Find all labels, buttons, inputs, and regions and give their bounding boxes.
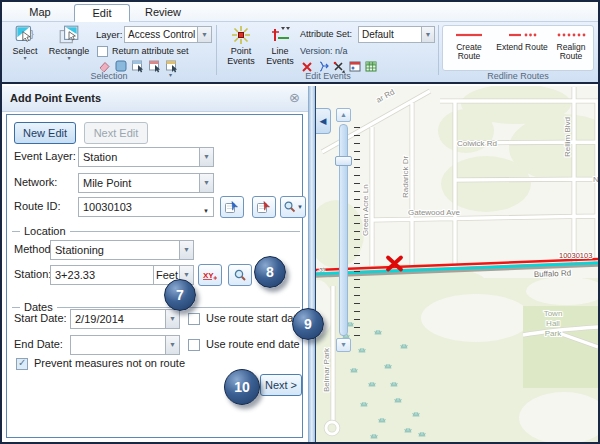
tab-review[interactable]: Review [136, 4, 190, 22]
station-input[interactable]: 3+23.33 [50, 265, 154, 285]
network-dropdown-arrow[interactable]: ▼ [200, 173, 214, 193]
zoom-out-button[interactable]: ▼ [336, 338, 351, 352]
create-route-button[interactable]: Create Route [444, 27, 494, 69]
layer-dropdown-arrow[interactable]: ▼ [198, 26, 212, 43]
line-events-label: Line Events [263, 46, 297, 66]
map-select-red-icon [256, 200, 272, 214]
belmar-park-label: Belmar Park [322, 347, 331, 392]
map-view[interactable]: ar Rd Colwick Rd Gatewood Ave Green Acre… [316, 86, 598, 442]
point-events-label: Point Events [224, 46, 258, 66]
use-route-end-date-checkbox[interactable] [188, 339, 200, 351]
realign-route-label: Realign Route [551, 43, 591, 61]
route-id-value: 10030103 [83, 201, 132, 213]
line-events-icon [269, 24, 291, 46]
network-dropdown[interactable]: Mile Point [78, 173, 200, 193]
start-date-label: Start Date: [14, 312, 67, 324]
callout-10: 10 [224, 369, 260, 405]
extend-route-icon [507, 27, 537, 43]
search-icon [233, 268, 247, 282]
extend-route-button[interactable]: Extend Route [496, 27, 548, 69]
event-layer-label: Event Layer: [14, 150, 76, 162]
create-route-label: Create Route [444, 43, 494, 61]
line-events-button[interactable]: Line Events [262, 24, 298, 66]
prevent-measures-label: Prevent measures not on route [34, 357, 185, 369]
search-icon [283, 200, 296, 214]
location-section-legend: Location [12, 225, 300, 237]
use-route-end-date-label: Use route end date [206, 338, 300, 350]
layer-dropdown[interactable]: Access Control [124, 26, 198, 43]
station-tick-label: -33 [317, 266, 325, 273]
attribute-set-dropdown[interactable]: Default [358, 26, 422, 43]
zoom-slider-ticks [354, 127, 360, 339]
tab-map[interactable]: Map [18, 4, 62, 22]
route-id-label: Route ID: [14, 200, 60, 212]
end-date-input[interactable] [70, 335, 166, 355]
xy-coordinates-button[interactable]: XY [198, 264, 222, 286]
collapse-panel-button[interactable]: ◀ [316, 108, 331, 134]
route-number-label: 10030103 [559, 251, 592, 260]
rectangle-tool-button[interactable]: Rectangle ▾ [46, 24, 92, 61]
radarick-dr-label: Radarick Dr [401, 155, 410, 198]
park-label: Park [545, 329, 562, 338]
panel-splitter[interactable] [308, 86, 316, 442]
return-attribute-set-label: Return attribute set [112, 46, 189, 56]
route-id-combobox[interactable]: 10030103 ▼ [78, 197, 214, 217]
town-label: Town [544, 309, 563, 318]
group-separator [216, 25, 217, 75]
point-events-icon [230, 24, 252, 46]
attribute-set-dropdown-arrow[interactable]: ▼ [422, 26, 435, 43]
callout-8: 8 [254, 256, 286, 288]
chevron-down-icon[interactable]: ▾ [23, 56, 26, 61]
use-route-start-date-label: Use route start date [206, 312, 303, 324]
select-tool-button[interactable]: } Select ▾ [6, 24, 44, 61]
attribute-set-label: Attribute Set: [300, 29, 352, 39]
next-edit-button[interactable]: Next Edit [84, 122, 148, 144]
tab-edit[interactable]: Edit [74, 4, 130, 22]
content-area: Add Point Events ⊗ New Edit Next Edit Ev… [2, 86, 598, 442]
rectangle-tool-icon [58, 24, 80, 46]
layer-label: Layer: [96, 29, 122, 40]
next-button[interactable]: Next > [260, 374, 302, 396]
method-dropdown-arrow[interactable]: ▼ [180, 240, 194, 260]
end-date-dropdown-arrow[interactable]: ▼ [166, 335, 180, 355]
partial-n-label: N [593, 175, 598, 184]
edit-events-group-label: Edit Events [218, 71, 438, 81]
event-layer-dropdown-arrow[interactable]: ▼ [200, 147, 214, 167]
hall-label: Hall [546, 319, 560, 328]
panel-title: Add Point Events [10, 92, 101, 104]
svg-text:XY: XY [203, 271, 214, 280]
prevent-measures-checkbox[interactable] [16, 358, 28, 370]
route-search-menu-button[interactable]: ▼ [280, 196, 306, 218]
return-attribute-set-checkbox[interactable] [97, 46, 108, 57]
zoom-in-button[interactable]: ▲ [336, 108, 351, 122]
group-separator [438, 25, 439, 75]
method-label: Method: [14, 243, 54, 255]
end-date-label: End Date: [14, 338, 63, 350]
new-edit-button[interactable]: New Edit [14, 122, 76, 144]
buffalo-rd-label: Buffalo Rd [534, 269, 572, 279]
add-point-events-panel: Add Point Events ⊗ New Edit Next Edit Ev… [2, 86, 308, 442]
close-icon[interactable]: ⊗ [289, 90, 300, 106]
realign-route-icon [556, 27, 586, 43]
use-route-start-date-checkbox[interactable] [188, 313, 200, 325]
event-layer-dropdown[interactable]: Station [78, 147, 200, 167]
chevron-down-icon[interactable]: ▾ [67, 56, 70, 61]
point-events-button[interactable]: Point Events [222, 24, 260, 66]
extend-route-label: Extend Route [496, 43, 548, 52]
start-date-dropdown-arrow[interactable]: ▼ [166, 309, 180, 329]
app-window: Map Edit Review } Select ▾ Rectangle ▾ L… [0, 0, 600, 444]
location-legend-text: Location [24, 225, 66, 237]
method-dropdown[interactable]: Stationing [50, 240, 180, 260]
callout-9: 9 [292, 308, 324, 340]
start-date-input[interactable]: 2/19/2014 [70, 309, 166, 329]
network-label: Network: [14, 176, 57, 188]
realign-route-button[interactable]: Realign Route [550, 27, 592, 69]
xy-icon: XY [202, 268, 218, 282]
chevron-down-icon[interactable]: ▼ [203, 204, 209, 217]
clear-route-selection-button[interactable] [252, 196, 276, 218]
pick-route-on-map-button[interactable] [220, 196, 244, 218]
zoom-slider-handle[interactable] [335, 156, 352, 166]
station-search-button[interactable] [228, 264, 252, 286]
redline-routes-group-label: Redline Routes [440, 71, 596, 81]
version-label: Version: n/a [300, 46, 348, 56]
